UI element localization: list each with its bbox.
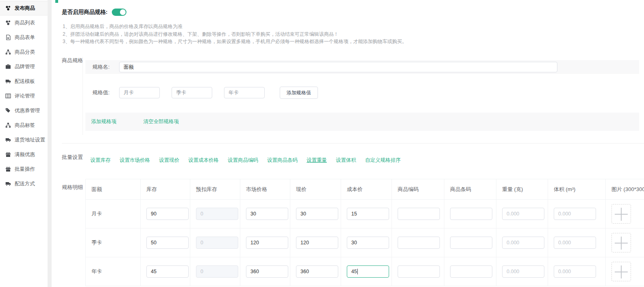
tip-line: 1、启用商品规格后，商品的价格及库存以商品规格为准 [63, 23, 407, 30]
sidebar-item-label: 批量操作 [15, 166, 35, 173]
sitemap-icon [5, 122, 11, 128]
clear-all-spec-link[interactable]: 清空全部规格项 [144, 118, 179, 125]
volume-input[interactable] [554, 237, 596, 249]
sidebar-item-batch-operation[interactable]: 批量操作 [0, 162, 48, 176]
batch-link[interactable]: 自定义规格排序 [365, 157, 401, 164]
truck-icon [5, 181, 11, 187]
market-price-input[interactable] [246, 237, 288, 249]
cost-price-input[interactable] [347, 208, 389, 220]
barcode-input[interactable] [450, 237, 492, 249]
sidebar-item-publish-product[interactable]: 发布商品 [0, 1, 48, 15]
plus-icon [612, 233, 631, 252]
stock-input[interactable] [146, 265, 189, 278]
batch-link[interactable]: 设置现价 [159, 157, 179, 164]
spec-toggle-switch[interactable] [112, 9, 126, 16]
sidebar-item-label: 商品标签 [15, 122, 35, 129]
file-icon [5, 35, 11, 40]
spec-actions-row: 添加规格项 清空全部规格项 [85, 113, 639, 131]
spec-value-input-0[interactable] [119, 87, 160, 98]
gift-icon [5, 166, 11, 172]
gift-icon [5, 152, 11, 157]
weight-input[interactable] [502, 208, 544, 220]
price-input[interactable] [296, 208, 338, 220]
add-spec-value-button[interactable]: 添加规格值 [280, 87, 318, 99]
sidebar-item-shipping-template[interactable]: 配送模板 [0, 74, 48, 89]
table-icon [5, 93, 11, 99]
plus-icon [612, 204, 631, 223]
sidebar-item-label: 配送方式 [15, 180, 35, 187]
spec-value-input-2[interactable] [224, 87, 265, 98]
column-header: 面额 [86, 179, 141, 200]
sidebar-item-product-list[interactable]: 商品列表 [0, 15, 48, 30]
section-divider [62, 143, 644, 144]
sidebar-item-product-tags[interactable]: 商品标签 [0, 118, 48, 133]
table-row: 季卡 [86, 228, 644, 257]
spec-values-row: 规格值: 添加规格值 [85, 85, 318, 100]
batch-link[interactable]: 设置成本价格 [188, 157, 219, 164]
upload-image-button[interactable] [611, 233, 631, 252]
column-header: 体积 (m³) [548, 179, 606, 200]
volume-input[interactable] [554, 265, 596, 278]
column-header: 库存 [141, 179, 190, 200]
column-header: 重量 (克) [496, 179, 548, 200]
table-row: 年卡 [86, 257, 644, 286]
batch-link[interactable]: 设置商品编码 [228, 157, 258, 164]
batch-link[interactable]: 设置库存 [90, 157, 111, 164]
batch-links: 设置库存设置市场价格设置现价设置成本价格设置商品编码设置商品条码设置重量设置体积… [90, 157, 401, 164]
cluster-icon [5, 20, 11, 26]
cluster-icon [5, 5, 11, 11]
spec-name-label: 规格名: [92, 63, 116, 71]
sidebar-item-coupon-management[interactable]: 优惠券管理 [0, 103, 48, 118]
spec-value-cell: 季卡 [86, 228, 141, 257]
cost-price-input[interactable] [347, 237, 389, 249]
price-input[interactable] [296, 237, 338, 249]
tip-line: 3、每一种规格代表不同型号，例如颜色为一种规格，尺寸为一种规格，如果设置多规格，… [63, 38, 407, 46]
spec-value-input-1[interactable] [172, 87, 212, 98]
volume-input[interactable] [554, 208, 596, 220]
product-code-input[interactable] [398, 265, 440, 278]
weight-input[interactable] [502, 265, 544, 278]
product-code-input[interactable] [398, 208, 440, 220]
sidebar-item-product-form[interactable]: 商品表单 [0, 30, 48, 45]
price-input[interactable] [296, 265, 338, 278]
reserved-stock-input [196, 237, 238, 249]
cost-price-input[interactable] [347, 265, 389, 278]
batch-link[interactable]: 设置体积 [336, 157, 356, 164]
sidebar-item-brand-management[interactable]: 品牌管理 [0, 59, 48, 74]
sidebar-item-label: 商品列表 [15, 20, 35, 26]
weight-input[interactable] [502, 237, 544, 249]
truck-icon [5, 137, 11, 143]
sidebar-item-return-address[interactable]: 退货地址设置 [0, 133, 48, 147]
spec-section-title: 商品规格 [62, 57, 83, 64]
switch-knob [120, 9, 126, 15]
batch-link[interactable]: 设置商品条码 [267, 157, 298, 164]
detail-section-title: 规格明细 [62, 184, 83, 191]
table-row: 月卡 [86, 200, 644, 228]
spec-name-input[interactable] [119, 62, 557, 72]
plus-icon [612, 262, 631, 281]
active-tab-indicator [55, 0, 58, 3]
sidebar-item-full-discount[interactable]: 满额优惠 [0, 147, 48, 162]
spec-value-cell: 月卡 [86, 200, 141, 228]
tips-list: 1、启用商品规格后，商品的价格及库存以商品规格为准2、拼团活动创建后的商品，请勿… [63, 23, 407, 46]
sidebar-item-delivery-method[interactable]: 配送方式 [0, 176, 48, 191]
stock-input[interactable] [146, 237, 189, 249]
sidebar-item-review-management[interactable]: 评论管理 [0, 89, 48, 103]
market-price-input[interactable] [246, 208, 288, 220]
sidebar-item-product-category[interactable]: 商品分类 [0, 45, 48, 59]
section-divider-vertical [83, 57, 83, 135]
barcode-input[interactable] [450, 208, 492, 220]
sidebar-item-label: 配送模板 [15, 78, 35, 85]
product-code-input[interactable] [398, 237, 440, 249]
barcode-input[interactable] [450, 265, 492, 278]
upload-image-button[interactable] [611, 204, 631, 224]
add-spec-item-link[interactable]: 添加规格项 [91, 118, 117, 125]
spec-toggle-row: 是否启用商品规格: [62, 9, 126, 16]
batch-link[interactable]: 设置重量 [307, 157, 327, 164]
spec-detail-table-wrap: 面额库存预扣库存市场价格现价成本价商品编码商品条码重量 (克)体积 (m³)图片… [85, 179, 644, 287]
batch-link[interactable]: 设置市场价格 [120, 157, 150, 164]
market-price-input[interactable] [246, 265, 288, 278]
sidebar-item-label: 退货地址设置 [15, 137, 45, 144]
stock-input[interactable] [146, 208, 189, 220]
upload-image-button[interactable] [611, 262, 631, 281]
